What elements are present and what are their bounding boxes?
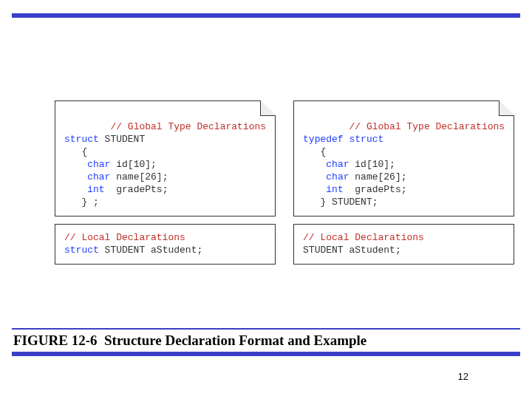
left-column: // Global Type Declarations struct STUDE…	[55, 100, 276, 270]
keyword-text: struct	[64, 134, 99, 145]
slide: // Global Type Declarations struct STUDE…	[0, 0, 532, 399]
code-text	[64, 171, 87, 183]
code-text	[303, 184, 326, 195]
figure-title: Structure Declaration Format and Example	[104, 332, 366, 348]
code-text	[303, 159, 326, 170]
caption-bottom-rule	[12, 352, 520, 356]
right-global-code-box: // Global Type Declarations typedef stru…	[293, 100, 514, 216]
keyword-text: char	[87, 171, 110, 183]
code-text: id[10];	[349, 159, 395, 170]
dog-ear-icon	[499, 100, 514, 116]
comment-text: // Global Type Declarations	[110, 121, 266, 132]
code-text: gradePts;	[344, 184, 407, 195]
keyword-text: char	[326, 171, 349, 183]
code-text: name[26];	[110, 171, 168, 183]
code-text	[64, 159, 87, 170]
comment-text: // Local Declarations	[64, 232, 185, 243]
code-text	[64, 184, 87, 195]
code-text: } ;	[64, 197, 99, 208]
code-text: id[10];	[110, 159, 156, 170]
code-text: STUDENT	[99, 134, 145, 145]
comment-text: // Global Type Declarations	[349, 121, 505, 132]
keyword-text: struct	[64, 245, 99, 256]
code-text: } STUDENT;	[303, 197, 378, 208]
code-text: {	[303, 146, 326, 157]
left-local-code-box: // Local Declarations struct STUDENT aSt…	[55, 224, 276, 265]
code-text: name[26];	[349, 171, 407, 183]
code-text: STUDENT aStudent;	[99, 245, 202, 256]
caption-top-rule	[12, 328, 520, 330]
code-text: gradePts;	[105, 184, 168, 195]
page-number: 12	[458, 371, 468, 382]
left-global-code-box: // Global Type Declarations struct STUDE…	[55, 100, 276, 216]
comment-text: // Local Declarations	[303, 232, 424, 243]
keyword-text: int	[87, 184, 104, 195]
keyword-text: int	[326, 184, 343, 195]
keyword-text: typedef struct	[303, 134, 383, 145]
keyword-text: char	[87, 159, 110, 170]
code-text: {	[64, 146, 87, 157]
right-column: // Global Type Declarations typedef stru…	[293, 100, 514, 270]
figure-label: FIGURE 12-6	[13, 332, 97, 348]
top-rule	[12, 13, 520, 18]
figure-area: // Global Type Declarations struct STUDE…	[55, 100, 488, 270]
figure-caption: FIGURE 12-6 Structure Declaration Format…	[13, 331, 366, 350]
code-text: STUDENT aStudent;	[303, 245, 401, 256]
dog-ear-icon	[260, 100, 276, 116]
keyword-text: char	[326, 159, 349, 170]
code-text	[303, 171, 326, 183]
right-local-code-box: // Local Declarations STUDENT aStudent;	[293, 224, 514, 265]
